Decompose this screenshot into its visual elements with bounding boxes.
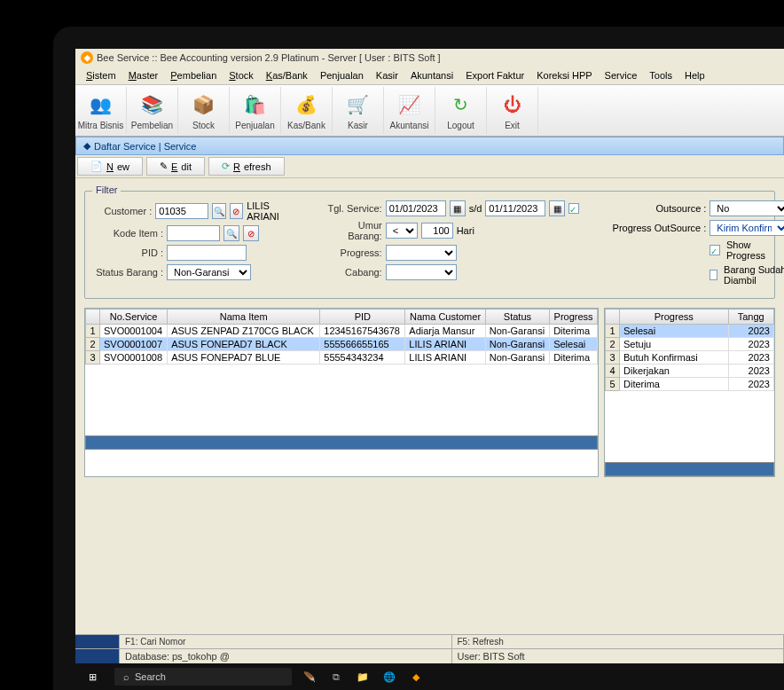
tgl-to-input[interactable] — [485, 200, 545, 216]
refresh-icon: ⟳ — [222, 161, 230, 172]
tab-title: Daftar Service | Service — [94, 141, 196, 152]
side-hscroll[interactable] — [605, 462, 774, 476]
customer-input[interactable] — [155, 203, 208, 219]
table-row[interactable]: 2Setuju2023 — [606, 338, 774, 351]
toolbar-exit[interactable]: ⏻Exit — [487, 87, 538, 134]
title-bar: ◆ Bee Service :: Bee Accounting version … — [75, 49, 784, 67]
umur-label: Umur Barang: — [322, 220, 382, 241]
table-row[interactable]: 3SVO0001008ASUS FONEPAD7 BLUE55554343234… — [86, 351, 598, 365]
status-blue-left — [75, 649, 120, 663]
toolbar-mitrabisnis[interactable]: 👥Mitra Bisnis — [75, 87, 127, 134]
cabang-select[interactable] — [386, 264, 457, 280]
tab-title-bar: ◆ Daftar Service | Service — [75, 137, 784, 155]
table-row[interactable]: 3Butuh Konfirmasi2023 — [606, 351, 774, 365]
menu-kasir[interactable]: Kasir — [371, 68, 404, 82]
table-row[interactable]: 5Diterima2023 — [606, 378, 774, 391]
pid-input[interactable] — [167, 245, 247, 261]
new-button[interactable]: 📄NNewew — [77, 157, 143, 176]
task-app-2[interactable]: ⧉ — [327, 668, 345, 686]
tgl-checkbox[interactable] — [568, 203, 579, 214]
status-bar: Database: ps_tokohp @ User: BITS Soft — [75, 648, 784, 663]
akuntansi-icon: 📈 — [396, 90, 424, 119]
col-header[interactable]: Nama Customer — [405, 310, 485, 325]
edit-icon: ✎ — [160, 161, 168, 172]
kode-input[interactable] — [167, 225, 220, 241]
col-header[interactable]: Status — [485, 310, 549, 325]
col-header[interactable]: No.Service — [100, 310, 168, 325]
status-select[interactable]: Non-Garansi — [167, 264, 251, 280]
tgl-from-input[interactable] — [386, 200, 446, 216]
barang-diambil-checkbox[interactable] — [710, 270, 717, 280]
menu-help[interactable]: Help — [679, 68, 710, 82]
tgl-label: Tgl. Service: — [322, 203, 382, 214]
window-title: Bee Service :: Bee Accounting version 2.… — [97, 52, 441, 63]
edit-button[interactable]: ✎Edit — [146, 157, 205, 176]
col-header[interactable]: Tangg — [728, 310, 774, 325]
umur-op-select[interactable]: < — [386, 223, 418, 239]
menu-koreksihpp[interactable]: Koreksi HPP — [531, 68, 597, 82]
toolbar-kasir[interactable]: 🛒Kasir — [333, 87, 384, 134]
app-icon: ◆ — [81, 51, 93, 64]
cal-from-icon[interactable]: ▦ — [450, 200, 466, 216]
f1-hint: F1: Cari Nomor — [120, 635, 452, 648]
main-hscroll[interactable] — [85, 435, 598, 450]
menu-tools[interactable]: Tools — [644, 68, 678, 82]
menu-akuntansi[interactable]: Akuntansi — [405, 68, 459, 82]
table-row[interactable]: 1Selesai2023 — [606, 325, 774, 338]
umur-val-input[interactable] — [421, 223, 453, 239]
refresh-button[interactable]: ⟳Refresh — [208, 157, 285, 176]
col-header[interactable]: Nama Item — [168, 310, 320, 325]
menu-master[interactable]: Master — [123, 68, 164, 82]
sd-label: s/d — [469, 203, 482, 214]
user-info: User: BITS Soft — [452, 649, 785, 663]
menu-penjualan[interactable]: Penjualan — [315, 68, 369, 82]
prog-out-select[interactable]: Kirim Konfirmasi — [710, 220, 784, 236]
progress-select[interactable] — [386, 245, 457, 261]
search-icon: ⌕ — [123, 671, 129, 682]
start-button[interactable]: ⊞ — [79, 665, 106, 688]
service-table[interactable]: No.ServiceNama ItemPIDNama CustomerStatu… — [84, 308, 599, 477]
col-header[interactable]: Progress — [550, 310, 598, 325]
menu-exportfaktur[interactable]: Export Faktur — [460, 68, 529, 82]
menu-sistem[interactable]: Sistem — [81, 68, 122, 82]
task-bee[interactable]: ◆ — [407, 668, 425, 686]
menu-bar: SistemMasterPembelianStockKas/BankPenjua… — [75, 67, 784, 85]
table-row[interactable]: 1SVO0001004ASUS ZENPAD Z170CG BLACK12345… — [86, 325, 598, 338]
database-info: Database: ps_tokohp @ — [120, 649, 452, 663]
cal-to-icon[interactable]: ▦ — [549, 200, 565, 216]
kode-clear-icon[interactable]: ⊘ — [243, 225, 259, 241]
col-header[interactable]: PID — [320, 310, 405, 325]
table-row[interactable]: 4Dikerjakan2023 — [606, 365, 774, 378]
toolbar-pembelian[interactable]: 📚Pembelian — [127, 87, 178, 134]
toolbar-akuntansi[interactable]: 📈Akuntansi — [384, 87, 435, 134]
filter-panel: Filter Customer : 🔍 ⊘ LILIS ARIANI Kode … — [84, 191, 775, 299]
show-progress-checkbox[interactable] — [710, 245, 720, 255]
action-bar: 📄NNewew ✎Edit ⟳Refresh — [75, 155, 784, 178]
main-toolbar: 👥Mitra Bisnis📚Pembelian📦Stock🛍️Penjualan… — [75, 85, 784, 137]
taskbar-search[interactable]: ⌕Search — [114, 668, 292, 686]
menu-stock[interactable]: Stock — [223, 68, 259, 82]
task-explorer[interactable]: 📁 — [354, 668, 372, 686]
outsource-select[interactable]: No — [710, 200, 784, 216]
task-chrome[interactable]: 🌐 — [380, 668, 398, 686]
kasir-icon: 🛒 — [344, 90, 372, 119]
menu-kasbank[interactable]: Kas/Bank — [261, 68, 313, 82]
progress-table[interactable]: ProgressTangg1Selesai20232Setuju20233But… — [604, 308, 775, 477]
toolbar-logout[interactable]: ↻Logout — [435, 87, 487, 134]
customer-clear-icon[interactable]: ⊘ — [230, 203, 243, 219]
menu-pembelian[interactable]: Pembelian — [165, 68, 222, 82]
new-icon: 📄 — [90, 161, 103, 172]
tab-icon: ◆ — [83, 140, 90, 152]
kode-search-icon[interactable]: 🔍 — [223, 225, 239, 241]
toolbar-penjualan[interactable]: 🛍️Penjualan — [230, 87, 281, 134]
filter-legend: Filter — [92, 184, 121, 195]
toolbar-stock[interactable]: 📦Stock — [178, 87, 230, 134]
menu-service[interactable]: Service — [600, 68, 643, 82]
table-row[interactable]: 2SVO0001007ASUS FONEPAD7 BLACK5555666551… — [86, 338, 598, 351]
customer-search-icon[interactable]: 🔍 — [212, 203, 225, 219]
kasbank-icon: 💰 — [293, 90, 321, 119]
mitrabisnis-icon: 👥 — [87, 90, 115, 119]
col-header[interactable]: Progress — [620, 310, 729, 325]
task-app-1[interactable]: 🪶 — [301, 668, 318, 686]
toolbar-kasbank[interactable]: 💰Kas/Bank — [281, 87, 333, 134]
